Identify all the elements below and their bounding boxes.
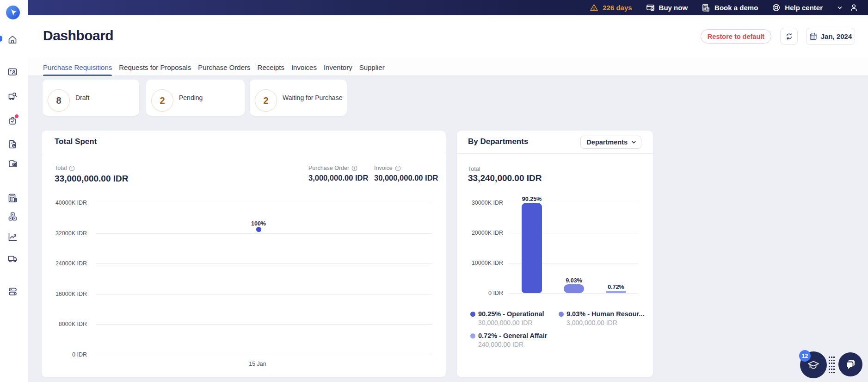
calendar-icon <box>809 32 817 40</box>
tab-purchase-orders[interactable]: Purchase Orders <box>198 58 250 76</box>
tab-supplier[interactable]: Supplier <box>359 58 385 76</box>
status-card-pending[interactable]: 2Pending <box>146 80 245 116</box>
id-card-icon <box>7 67 18 77</box>
legend-item: 90.25% - Operational30,000,000.00 IDR <box>470 310 544 326</box>
bar-percent-label: 90.25% <box>522 196 542 202</box>
legend-dot <box>559 312 564 317</box>
line-chart-icon <box>7 232 18 242</box>
legend-item: 0.72% - General Affair240,000.00 IDR <box>470 332 547 348</box>
y-axis-tick: 20000K IDR <box>457 230 503 236</box>
warning-icon <box>590 3 598 12</box>
summary-value: 33,000,000.00 IDR <box>55 174 129 184</box>
data-point[interactable] <box>256 227 261 232</box>
sidebar-item-home[interactable] <box>7 34 18 44</box>
app-logo-icon[interactable] <box>6 6 20 19</box>
buy-now-button[interactable]: Buy now <box>646 3 688 12</box>
summary-label: Purchase Order <box>308 165 349 171</box>
info-icon <box>69 165 75 171</box>
bar-operational[interactable] <box>522 203 542 293</box>
chevron-down-icon[interactable] <box>837 5 843 11</box>
legend-value: 240,000.00 IDR <box>478 341 547 348</box>
active-nav-indicator <box>0 36 2 42</box>
wallet-check-icon <box>646 3 655 12</box>
y-axis-tick: 24000K IDR <box>42 260 87 267</box>
trial-countdown[interactable]: 226 days <box>590 3 632 12</box>
toggles-icon <box>7 286 18 296</box>
tab-list: Purchase RequisitionsRequests for Propos… <box>43 58 385 76</box>
chat-widget-button[interactable] <box>838 352 862 376</box>
bar-human-resources[interactable] <box>564 284 584 294</box>
sidebar-item-document-check[interactable] <box>7 139 18 149</box>
by-departments-title: By Departments <box>468 137 528 146</box>
user-icon[interactable] <box>850 3 858 12</box>
by-departments-card: By Departments Departments Total 33,240,… <box>457 131 653 377</box>
nav-label: Buy now <box>659 4 688 12</box>
divider <box>42 153 446 153</box>
help-center-button[interactable]: Help center <box>772 3 823 12</box>
learning-badge: 12 <box>799 350 811 362</box>
divider <box>457 153 653 154</box>
departments-dropdown-label: Departments <box>586 138 628 146</box>
date-label: Jan, 2024 <box>821 32 852 40</box>
bar-percent-label: 0.72% <box>608 284 624 290</box>
y-axis-tick: 30000K IDR <box>457 200 503 206</box>
legend-dot <box>470 333 475 338</box>
sidebar-item-calculator[interactable] <box>7 193 18 203</box>
drag-handle-dots[interactable] <box>829 357 835 374</box>
summary-col-total: Total <box>55 165 75 171</box>
y-axis-tick: 40000K IDR <box>42 200 87 206</box>
status-label: Waiting for Purchase <box>283 80 342 116</box>
y-axis-tick: 8000K IDR <box>42 321 87 327</box>
notification-dot <box>14 114 19 119</box>
info-icon <box>351 165 357 171</box>
sidebar-item-toggles[interactable] <box>7 286 18 296</box>
tab-requests-for-proposals[interactable]: Requests for Proposals <box>119 58 191 76</box>
nav-label: Book a demo <box>714 4 758 12</box>
y-axis-tick: 0 IDR <box>42 351 87 358</box>
sidebar-item-line-chart[interactable] <box>7 232 18 242</box>
dept-total-label: Total <box>468 166 480 172</box>
total-spent-title: Total Spent <box>55 137 97 146</box>
legend-value: 3,000,000.00 IDR <box>566 319 644 326</box>
legend-dot <box>470 312 475 317</box>
chevron-down-icon <box>631 140 636 145</box>
gridline <box>96 233 432 234</box>
home-icon <box>7 34 18 44</box>
wallet-icon <box>7 158 18 169</box>
x-axis-tick: 15 Jan <box>249 361 266 367</box>
status-card-waiting-for-purchase[interactable]: 2Waiting for Purchase <box>250 80 347 116</box>
legend-label: 0.72% - General Affair <box>478 332 547 339</box>
sidebar-item-truck[interactable] <box>7 253 18 263</box>
tab-receipts[interactable]: Receipts <box>258 58 284 76</box>
book-a-demo-button[interactable]: Book a demo <box>702 3 758 12</box>
y-axis-tick: 32000K IDR <box>42 230 87 237</box>
calculator-icon <box>7 193 18 203</box>
sidebar-item-wallet[interactable] <box>7 158 18 169</box>
gridline <box>96 203 432 203</box>
sidebar-item-cubes[interactable] <box>7 211 18 221</box>
tab-purchase-requisitions[interactable]: Purchase Requisitions <box>43 58 112 76</box>
y-axis-tick: 16000K IDR <box>42 291 87 297</box>
legend-item: 9.03% - Human Resour...3,000,000.00 IDR <box>559 310 644 326</box>
trial-days-label: 226 days <box>603 4 632 12</box>
status-count: 2 <box>255 89 277 112</box>
summary-value: 30,000,000.00 IDR <box>374 174 438 182</box>
bar-general-affair[interactable] <box>606 291 626 293</box>
tab-invoices[interactable]: Invoices <box>291 58 317 76</box>
sidebar-item-truck-search[interactable] <box>7 91 18 101</box>
info-icon <box>395 165 401 171</box>
gridline <box>509 293 638 294</box>
date-picker-button[interactable]: Jan, 2024 <box>806 28 855 45</box>
sidebar-item-id-card[interactable] <box>7 67 18 77</box>
departments-dropdown[interactable]: Departments <box>580 136 641 149</box>
refresh-button[interactable] <box>780 28 798 45</box>
top-navbar: 226 days Buy nowBook a demoHelp center <box>28 0 868 15</box>
tab-inventory[interactable]: Inventory <box>324 58 352 76</box>
gridline <box>96 263 432 264</box>
legend-value: 30,000,000.00 IDR <box>478 319 544 326</box>
status-label: Draft <box>75 80 89 116</box>
status-label: Pending <box>179 80 203 116</box>
status-card-draft[interactable]: 8Draft <box>43 80 139 116</box>
restore-to-default-button[interactable]: Restore to default <box>701 29 771 44</box>
lifebuoy-icon <box>772 3 781 12</box>
